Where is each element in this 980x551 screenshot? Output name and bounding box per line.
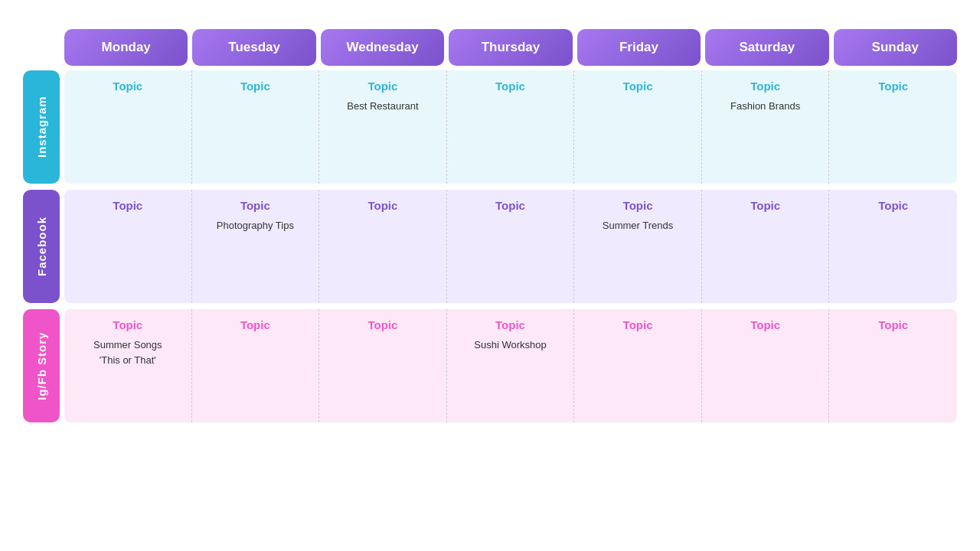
cell-story-0: TopicSummer Songs 'This or That'	[64, 309, 192, 422]
cell-topic: Topic	[368, 318, 397, 331]
cell-instagram-5: TopicFashion Brands	[702, 70, 830, 184]
day-header-sunday: Sunday	[834, 29, 957, 66]
cell-instagram-1: Topic	[192, 70, 320, 184]
cell-content: Summer Trends	[603, 218, 673, 233]
cell-topic: Topic	[750, 318, 780, 331]
cell-story-6: Topic	[829, 309, 957, 422]
day-header-monday: Monday	[64, 29, 188, 66]
cell-topic: Topic	[623, 80, 653, 93]
cell-topic: Topic	[495, 199, 525, 212]
cell-topic: Topic	[368, 199, 397, 212]
cell-instagram-3: Topic	[447, 70, 575, 184]
cell-facebook-3: Topic	[447, 190, 575, 303]
cell-topic: Topic	[240, 80, 270, 93]
section-block-story: Ig/Fb StoryTopicSummer Songs 'This or Th…	[23, 309, 957, 422]
cell-topic: Topic	[113, 318, 142, 331]
row-grid-story: TopicSummer Songs 'This or That'TopicTop…	[64, 309, 957, 422]
row-label-facebook: Facebook	[23, 190, 60, 303]
cell-instagram-6: Topic	[829, 70, 957, 184]
section-block-facebook: FacebookTopicTopicPhotography TipsTopicT…	[23, 190, 957, 303]
calendar-wrapper: MondayTuesdayWednesdayThursdayFridaySatu…	[23, 29, 957, 70]
row-label-story: Ig/Fb Story	[23, 309, 60, 422]
cell-instagram-2: TopicBest Restaurant	[319, 70, 447, 184]
cell-facebook-6: Topic	[829, 190, 957, 303]
cell-topic: Topic	[878, 80, 908, 93]
row-grid-instagram: TopicTopicTopicBest RestaurantTopicTopic…	[64, 70, 957, 184]
cell-story-5: Topic	[702, 309, 830, 422]
cell-instagram-4: Topic	[574, 70, 702, 184]
day-header-thursday: Thursday	[449, 29, 572, 66]
cell-topic: Topic	[878, 199, 908, 212]
cell-facebook-5: Topic	[702, 190, 830, 303]
cell-topic: Topic	[878, 318, 908, 331]
day-header-saturday: Saturday	[705, 29, 828, 66]
cell-story-2: Topic	[319, 309, 447, 422]
cell-content: Fashion Brands	[730, 99, 800, 114]
cell-story-1: Topic	[192, 309, 320, 422]
cell-instagram-0: Topic	[64, 70, 192, 184]
cell-content: Sushi Workshop	[474, 337, 546, 353]
cell-story-3: TopicSushi Workshop	[447, 309, 575, 422]
header-row: MondayTuesdayWednesdayThursdayFridaySatu…	[64, 29, 957, 66]
cell-topic: Topic	[113, 199, 142, 212]
cell-topic: Topic	[495, 318, 525, 331]
row-grid-facebook: TopicTopicPhotography TipsTopicTopicTopi…	[64, 190, 957, 303]
cell-facebook-0: Topic	[64, 190, 192, 303]
cell-facebook-4: TopicSummer Trends	[574, 190, 702, 303]
cell-topic: Topic	[368, 80, 397, 93]
cell-topic: Topic	[750, 80, 780, 93]
section-block-instagram: InstagramTopicTopicTopicBest RestaurantT…	[23, 70, 957, 184]
day-header-friday: Friday	[577, 29, 701, 66]
day-header-tuesday: Tuesday	[192, 29, 315, 66]
cell-facebook-1: TopicPhotography Tips	[192, 190, 320, 303]
cell-content: Best Restaurant	[347, 99, 418, 114]
cell-facebook-2: Topic	[319, 190, 447, 303]
cell-topic: Topic	[623, 199, 653, 212]
day-header-wednesday: Wednesday	[321, 29, 444, 66]
cell-topic: Topic	[113, 80, 142, 93]
cell-content: Photography Tips	[217, 218, 294, 233]
cell-content: Summer Songs 'This or That'	[93, 337, 162, 367]
row-label-instagram: Instagram	[23, 70, 60, 184]
cell-topic: Topic	[623, 318, 653, 331]
cell-topic: Topic	[240, 199, 270, 212]
cell-story-4: Topic	[574, 309, 702, 422]
cell-topic: Topic	[240, 318, 270, 331]
cell-topic: Topic	[750, 199, 780, 212]
cell-topic: Topic	[495, 80, 525, 93]
